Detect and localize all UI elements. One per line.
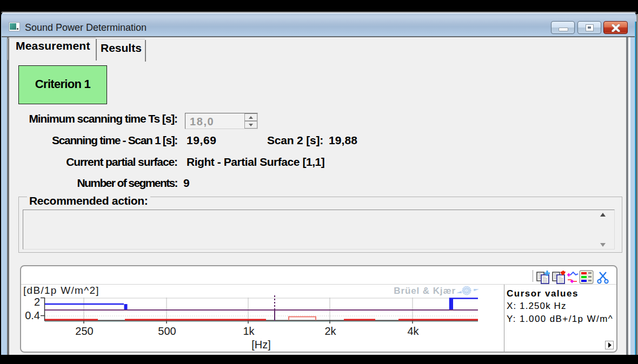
svg-text:Brüel & Kjær: Brüel & Kjær — [394, 286, 456, 296]
svg-text:500: 500 — [158, 325, 176, 337]
svg-text:[Hz]: [Hz] — [251, 339, 271, 350]
svg-text:4k: 4k — [407, 325, 419, 337]
svg-text:0.4: 0.4 — [25, 309, 40, 321]
svg-text:1k: 1k — [243, 325, 255, 337]
svg-text:250: 250 — [75, 325, 93, 337]
svg-text:2k: 2k — [324, 325, 336, 337]
svg-text:[dB/1p W/m^2]: [dB/1p W/m^2] — [23, 285, 99, 296]
svg-text:2: 2 — [34, 296, 40, 308]
